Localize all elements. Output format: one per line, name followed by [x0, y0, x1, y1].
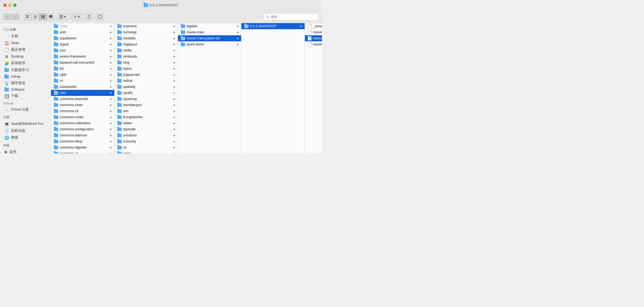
sidebar-item-downloads[interactable]: ⬇️ 下载 [1, 93, 50, 99]
list-item[interactable]: aopalliance ▶ [51, 35, 114, 41]
list-item[interactable]: spark-demo ▶ [178, 41, 241, 47]
list-item[interactable]: maven-train ▶ [178, 29, 241, 35]
list-item[interactable]: backport-util-concurrent ▶ [51, 60, 114, 66]
list-item[interactable]: thoughtworks ▶ [115, 114, 178, 120]
list-item[interactable]: medallia ▶ [115, 35, 178, 41]
list-item[interactable]: commons-daemon ▶ [51, 132, 114, 138]
list-item[interactable]: asm ▶ [51, 47, 114, 53]
list-view-button[interactable] [31, 13, 39, 20]
icon-view-button[interactable] [24, 13, 31, 20]
list-item[interactable]: cglib ▶ [51, 72, 114, 78]
list-item[interactable]: twitter ▶ [115, 120, 178, 126]
item-label: antlr [60, 30, 109, 34]
list-item[interactable]: unistacks ▶ [115, 132, 178, 138]
list-item[interactable]: maven-train-...APSHOT.pom [305, 41, 322, 47]
gear-button[interactable]: ▾ [71, 13, 82, 20]
laptop-icon: 💻 [4, 122, 9, 126]
item-label: commons-chain [60, 103, 109, 107]
sidebar-item-applications[interactable]: 🧩 应用程序 [1, 60, 50, 67]
sidebar-label-applications: 应用程序 [11, 61, 25, 66]
gallery-view-button[interactable] [47, 13, 55, 20]
list-item[interactable]: com ▶ [51, 90, 114, 96]
list-item[interactable]: biz ▶ [51, 66, 114, 72]
item-label: classworlds [60, 85, 109, 89]
list-item[interactable]: commons-codec ▶ [51, 114, 114, 120]
back-button[interactable]: ‹ [3, 14, 11, 20]
list-item[interactable]: bigdata ▶ [178, 23, 241, 29]
list-item[interactable]: opera ▶ [115, 66, 178, 72]
list-item[interactable]: spatial4j ▶ [115, 84, 178, 90]
traffic-lights [3, 4, 17, 7]
list-item[interactable]: _remote.repositories [305, 23, 322, 29]
list-item[interactable]: commons-cli ▶ [51, 108, 114, 114]
search-box[interactable] [264, 13, 319, 20]
sidebar-item-airdrop[interactable]: 📡 隔空投送 [1, 80, 50, 87]
sidebar-item-bigdata[interactable]: 大数据学习 [1, 67, 50, 74]
list-item[interactable]: mchange ▶ [115, 29, 178, 35]
list-item[interactable]: netflix ▶ [115, 47, 178, 53]
sidebar-item-desktop[interactable]: 🖥 Desktop [1, 53, 50, 60]
chevron-icon: ▶ [110, 67, 112, 70]
list-item[interactable]: commons-collections ▶ [51, 120, 114, 126]
sidebar-item-network[interactable]: 🌐 网络 [1, 134, 50, 141]
list-item[interactable]: us ▶ [115, 144, 178, 150]
sidebar-item-documents[interactable]: 📄 文稿 [1, 33, 50, 40]
list-item[interactable]: redhat ▶ [115, 78, 178, 84]
list-item[interactable]: commons-chain ▶ [51, 102, 114, 108]
list-item[interactable]: commons-configuration ▶ [51, 126, 114, 132]
sidebar-item-icloud[interactable]: ☁️ iCloud 云盘 [1, 106, 50, 113]
list-item[interactable]: squareup ▶ [115, 96, 178, 102]
list-item[interactable]: spotify ▶ [115, 90, 178, 96]
list-item[interactable]: 0.0.1-SNAPSHOT ▶ [241, 23, 305, 29]
grid-options-button[interactable]: ▾ [57, 13, 68, 20]
list-item[interactable]: maven-train-...NAPSHOT.jar [305, 35, 322, 41]
main-content: 个人收藏 📄 文稿 🏠 Sean 🕐 最近使用 🖥 Desktop 🧩 应用程序 [0, 23, 322, 154]
item-label: spatial4j [123, 85, 172, 89]
list-item[interactable]: .locks ▶ [51, 23, 114, 29]
search-input[interactable] [271, 15, 315, 19]
list-item[interactable]: maven-train-parent-util ▶ [178, 35, 241, 41]
list-item[interactable]: puppycrawl ▶ [115, 72, 178, 78]
list-item[interactable]: commons-beanutils ▶ [51, 96, 114, 102]
list-item[interactable]: args4j ▶ [51, 41, 114, 47]
list-item[interactable]: typesafe ▶ [115, 126, 178, 132]
svg-rect-22 [62, 18, 63, 18]
list-item[interactable]: antlr ▶ [51, 29, 114, 35]
list-item[interactable]: commons-dbcp ▶ [51, 138, 114, 144]
sidebar-section-icloud: iCloud [0, 99, 51, 106]
list-item[interactable]: commons-el ▶ [51, 150, 114, 154]
list-item[interactable]: ch ▶ [51, 78, 114, 84]
list-item[interactable]: avalon-framework ▶ [51, 53, 114, 60]
list-item[interactable]: maven-metadata-local.xml [305, 29, 322, 35]
airdrop-icon: 📡 [4, 81, 9, 85]
list-item[interactable]: uwyn ▶ [115, 150, 178, 154]
sidebar-item-remote-disc[interactable]: 💿 远程光盘 [1, 127, 50, 134]
maximize-button[interactable] [13, 4, 17, 7]
forward-button[interactable]: › [12, 14, 19, 20]
sidebar-item-recent[interactable]: 🕐 最近使用 [1, 46, 50, 53]
list-item[interactable]: univocity ▶ [115, 138, 178, 144]
list-item[interactable]: stumbleupon ▶ [115, 102, 178, 108]
close-button[interactable] [3, 4, 7, 7]
item-label: maven-train-...APSHOT.pom [313, 42, 322, 46]
column-view-button[interactable] [39, 13, 47, 20]
list-item[interactable]: sun ▶ [115, 108, 178, 114]
column-pane-1: maxmind ▶ mchange ▶ medallia ▶ miglayout… [115, 23, 178, 154]
sidebar-item-sean[interactable]: 🏠 Sean [1, 40, 50, 46]
list-item[interactable]: miglayout ▶ [115, 41, 178, 47]
sidebar-item-software[interactable]: Software [1, 87, 50, 93]
list-item[interactable]: maxmind ▶ [115, 23, 178, 29]
sidebar-item-gitrep[interactable]: Gitrep [1, 74, 50, 80]
window-title: 0.0.1-SNAPSHOT [143, 3, 179, 7]
folder-icon [54, 73, 58, 77]
share-button[interactable] [84, 13, 93, 20]
folder-icon [54, 43, 58, 46]
list-item[interactable]: classworlds ▶ [51, 84, 114, 90]
tag-button[interactable] [95, 13, 104, 20]
minimize-button[interactable] [8, 4, 12, 7]
sidebar-item-tag-blue[interactable]: 蓝色 [1, 149, 50, 154]
sidebar-item-macbook[interactable]: 💻 Sean的MacBook Pro [1, 120, 50, 127]
list-item[interactable]: commons-digester ▶ [51, 144, 114, 150]
list-item[interactable]: nimbusds ▶ [115, 53, 178, 60]
list-item[interactable]: ning ▶ [115, 60, 178, 66]
